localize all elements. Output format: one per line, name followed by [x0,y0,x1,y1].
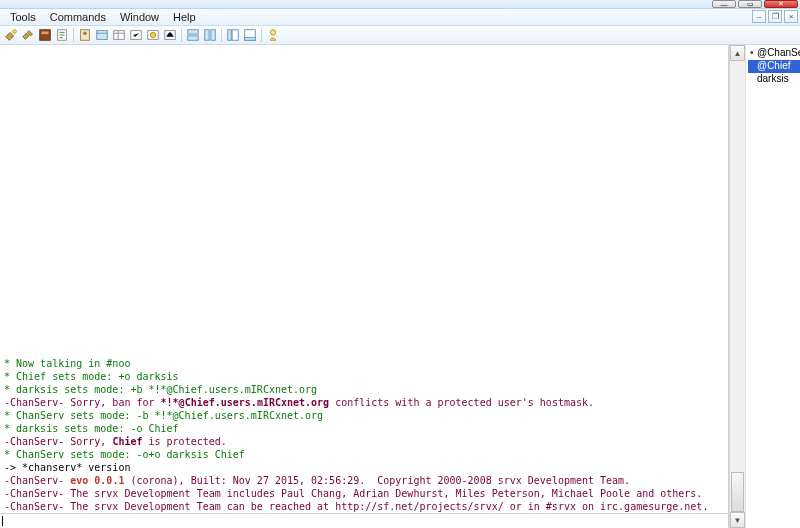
disconnect-icon[interactable] [20,27,36,43]
nick-label: @Chief [757,60,791,71]
menu-commands[interactable]: Commands [44,10,112,24]
connect-icon[interactable] [3,27,19,43]
nicklist[interactable]: •@ChanServ@Chiefdarksis [745,45,800,528]
svg-rect-14 [205,30,209,41]
chat-line: * ChanServ sets mode: -b *!*@Chief.users… [4,409,724,422]
chat-pane: * Now talking in #noo* Chief sets mode: … [0,45,729,528]
svg-rect-7 [114,31,125,40]
chat-scrollbar[interactable]: ▲ ▼ [729,45,745,528]
svg-rect-1 [40,30,51,41]
chat-fragment: is protected. [142,436,226,447]
window-minimize-button[interactable]: — [712,0,736,8]
links-icon[interactable] [94,27,110,43]
chat-line: -ChanServ- Sorry, ban for *!*@Chief.user… [4,396,724,409]
chat-fragment: -ChanServ- [4,475,70,486]
chat-line: * darksis sets mode: -o Chief [4,422,724,435]
menubar: Tools Commands Window Help – ❐ × [0,9,800,26]
chat-line: -ChanServ- evo 0.0.1 (corona), Built: No… [4,474,724,487]
svg-point-5 [83,32,87,36]
chat-line: * Now talking in #noo [4,357,724,370]
switchbar-icon[interactable] [242,27,258,43]
nicklist-item[interactable]: darksis [748,73,800,86]
urls-icon[interactable] [162,27,178,43]
chat-line: * ChanServ sets mode: -o+o darksis Chief [4,448,724,461]
toolbar-separator [181,28,182,42]
tile-v-icon[interactable] [202,27,218,43]
window-close-button[interactable]: ✕ [764,0,798,8]
svg-point-20 [270,30,275,35]
window-titlebar: — ▭ ✕ [0,0,800,9]
svg-rect-17 [232,30,238,41]
chat-fragment: Chief [112,436,142,447]
svg-rect-16 [228,30,232,41]
svg-rect-19 [245,38,256,41]
nick-label: darksis [757,73,789,84]
channels-icon[interactable] [111,27,127,43]
menu-tools[interactable]: Tools [4,10,42,24]
menu-help[interactable]: Help [167,10,202,24]
workspace: * Now talking in #noo* Chief sets mode: … [0,45,800,528]
toolbar-separator [73,28,74,42]
dcc-icon[interactable] [128,27,144,43]
chat-line: * darksis sets mode: +b *!*@Chief.users.… [4,383,724,396]
chat-line: -ChanServ- Sorry, Chief is protected. [4,435,724,448]
svg-rect-12 [188,30,199,34]
tile-h-icon[interactable] [185,27,201,43]
scroll-down-button[interactable]: ▼ [730,512,745,528]
scroll-thumb[interactable] [731,472,744,512]
window-maximize-button[interactable]: ▭ [738,0,762,8]
mdi-minimize-button[interactable]: – [752,10,766,23]
svg-point-0 [13,30,17,34]
chat-line: * Chief sets mode: +o darksis [4,370,724,383]
notify-icon[interactable] [145,27,161,43]
chat-fragment: conflicts with a protected user's hostma… [329,397,594,408]
chat-input[interactable] [0,513,728,528]
chat-fragment: -ChanServ- Sorry, ban for [4,397,161,408]
svg-rect-13 [188,36,199,40]
chat-scroll: * Now talking in #noo* Chief sets mode: … [0,45,728,513]
toolbar-separator [261,28,262,42]
scroll-up-button[interactable]: ▲ [730,45,745,61]
mdi-restore-button[interactable]: ❐ [768,10,782,23]
about-icon[interactable] [265,27,281,43]
tree-icon[interactable] [225,27,241,43]
svg-rect-6 [97,31,108,40]
mdi-close-button[interactable]: × [784,10,798,23]
svg-rect-2 [42,32,49,35]
chat-fragment: evo 0.0.1 [70,475,124,486]
chat-fragment: -ChanServ- Sorry, [4,436,112,447]
chat-line: -ChanServ- The srvx Development Team can… [4,500,724,513]
chat-line: -> *chanserv* version [4,461,724,474]
addressbook-icon[interactable] [77,27,93,43]
svg-rect-15 [211,30,215,41]
options-icon[interactable] [37,27,53,43]
nick-label: @ChanServ [757,47,800,58]
chat-fragment: (corona), Built: Nov 27 2015, 02:56:29. … [124,475,630,486]
menu-window[interactable]: Window [114,10,165,24]
nicklist-item[interactable]: •@ChanServ [748,47,800,60]
script-icon[interactable] [54,27,70,43]
chat-fragment: *!*@Chief.users.mIRCxnet.org [161,397,330,408]
svg-point-10 [150,32,155,37]
chat-line: -ChanServ- The srvx Development Team inc… [4,487,724,500]
nick-prefix-icon: • [750,47,757,58]
toolbar [0,26,800,45]
toolbar-separator [221,28,222,42]
nicklist-item[interactable]: @Chief [748,60,800,73]
chat-log: * Now talking in #noo* Chief sets mode: … [4,357,724,513]
